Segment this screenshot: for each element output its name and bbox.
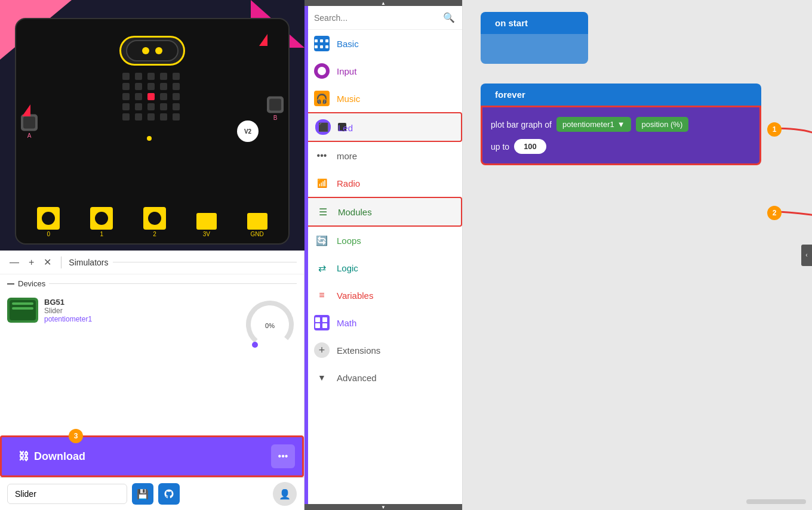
block-item-basic[interactable]: Basic: [304, 30, 462, 57]
search-input[interactable]: [314, 13, 438, 23]
advanced-icon: ▼: [314, 370, 330, 385]
device-icon: [7, 298, 38, 323]
logic-icon: ⇄: [314, 260, 330, 276]
bottom-bar: 💾 👤: [0, 477, 304, 510]
v2-badge: V2: [237, 120, 259, 142]
block-item-math[interactable]: Math: [304, 309, 462, 336]
extensions-icon: +: [314, 342, 330, 358]
dial-area: 0%: [243, 298, 297, 354]
device-type: Slider: [44, 307, 237, 315]
block-item-variables[interactable]: ≡ Variables: [304, 282, 462, 309]
music-icon: 🎧: [314, 91, 330, 106]
plus-button[interactable]: +: [26, 256, 36, 269]
download-icon: ⛓: [19, 450, 29, 463]
block-item-more[interactable]: ••• more: [304, 142, 462, 169]
on-start-header: on start: [481, 12, 588, 34]
avatar[interactable]: 👤: [273, 482, 297, 506]
music-label: Music: [337, 94, 360, 104]
separator: [61, 256, 61, 268]
more-label: more: [337, 151, 357, 161]
download-label: Download: [34, 450, 85, 463]
block-list: Basic Input 🎧 Music ⬛ Led: [304, 30, 462, 504]
search-bar: 🔍: [304, 6, 462, 30]
led-label: Led: [338, 123, 346, 131]
device-name: BG51: [44, 298, 237, 307]
up-to-value: 100: [514, 139, 546, 154]
dial-dot: [252, 342, 258, 348]
plot-bar-text: plot bar graph of: [491, 120, 552, 129]
close-button[interactable]: ✕: [41, 255, 54, 269]
loops-icon: 🔄: [314, 233, 330, 248]
block-item-input[interactable]: Input: [304, 57, 462, 85]
block-item-loops[interactable]: 🔄 Loops: [304, 227, 462, 254]
logic-label: Logic: [337, 263, 358, 273]
potentiometer-label: potentiometer1: [562, 120, 614, 129]
input-icon: [314, 63, 330, 79]
badge-2: 2: [767, 206, 782, 220]
plot-bar-block: plot bar graph of potentiometer1 ▼ posit…: [481, 106, 761, 165]
download-section: 3 ⛓ Download •••: [0, 435, 304, 477]
block-item-logic[interactable]: ⇄ Logic: [304, 254, 462, 282]
radio-icon: 📶: [314, 175, 330, 191]
block-item-radio[interactable]: 📶 Radio: [304, 169, 462, 197]
up-to-label: up to: [491, 142, 509, 152]
minus-button[interactable]: —: [7, 256, 21, 269]
horizontal-scrollbar[interactable]: [746, 499, 806, 504]
variables-icon: ≡: [314, 288, 330, 303]
modules-icon: ☰: [315, 204, 331, 220]
more-icon: •••: [314, 148, 330, 163]
modules-label: Modules: [338, 207, 372, 217]
device-info: BG51 Slider potentiometer1: [44, 298, 237, 323]
devices-label: Devices: [18, 279, 45, 288]
math-label: Math: [337, 318, 356, 328]
download-bar: ⛓ Download •••: [0, 435, 304, 477]
on-start-block: on start: [481, 12, 588, 64]
block-item-music[interactable]: 🎧 Music: [304, 85, 462, 112]
annotation-arrows: [463, 0, 812, 510]
more-options-button[interactable]: •••: [271, 444, 295, 468]
extensions-label: Extensions: [337, 345, 380, 356]
devices-line: [49, 283, 297, 284]
math-icon: [314, 315, 330, 330]
input-label: Input: [337, 66, 356, 76]
device-card: BG51 Slider potentiometer1 0%: [7, 294, 297, 357]
scroll-down[interactable]: ▼: [304, 504, 462, 510]
led-icon: ⬛: [315, 119, 331, 135]
position-label: position (%): [636, 117, 689, 132]
search-icon[interactable]: 🔍: [443, 12, 455, 23]
loops-label: Loops: [337, 236, 361, 246]
github-button[interactable]: [158, 483, 180, 505]
basic-icon: [314, 36, 330, 51]
dropdown-arrow-icon: ▼: [617, 120, 625, 129]
block-item-modules[interactable]: ☰ Modules: [304, 197, 462, 227]
dash-icon: [7, 283, 14, 285]
potentiometer-dropdown[interactable]: potentiometer1 ▼: [556, 117, 631, 132]
forever-block: forever plot bar graph of potentiometer1…: [481, 84, 761, 165]
block-item-extensions[interactable]: + Extensions: [304, 336, 462, 364]
sim-controls: — + ✕ Simulators: [0, 251, 304, 274]
device-link[interactable]: potentiometer1: [44, 315, 237, 323]
radio-label: Radio: [337, 178, 360, 188]
devices-header: Devices: [7, 279, 297, 288]
on-start-body: [481, 34, 588, 64]
block-item-advanced[interactable]: ▼ Advanced: [304, 364, 462, 391]
scroll-up[interactable]: ▲: [304, 0, 462, 6]
save-button[interactable]: 💾: [132, 483, 153, 505]
forever-header: forever: [481, 84, 761, 106]
right-panel: on start forever plot bar graph of poten…: [463, 0, 812, 510]
project-name-input[interactable]: [7, 484, 127, 504]
left-panel: A B V2: [0, 0, 304, 510]
badge-1: 1: [767, 122, 782, 137]
advanced-label: Advanced: [337, 373, 377, 383]
dial-value: 0%: [265, 322, 275, 329]
simulators-label: Simulators: [69, 258, 108, 267]
basic-label: Basic: [337, 39, 359, 49]
badge-3: 3: [69, 429, 83, 443]
middle-panel: ▲ 🔍 Basic: [304, 0, 463, 510]
download-button[interactable]: ⛓ Download: [9, 446, 95, 468]
simulator-screen: A B V2: [0, 0, 304, 251]
block-item-led[interactable]: ⬛ Led: [304, 112, 462, 142]
separator-line: [113, 262, 297, 262]
left-accent-bar: [304, 6, 308, 504]
variables-label: Variables: [337, 290, 373, 301]
